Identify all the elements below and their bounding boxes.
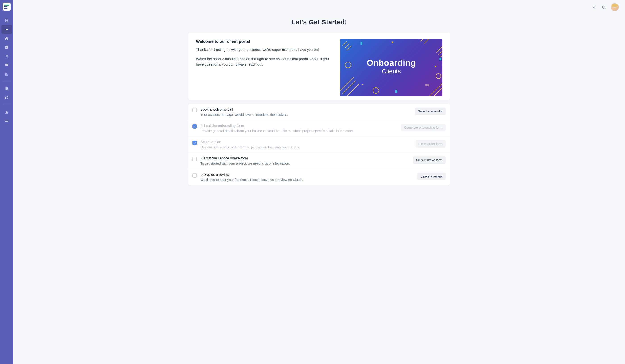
bell-icon: [602, 5, 606, 9]
cart-icon: [5, 54, 9, 58]
svg-line-6: [345, 44, 349, 48]
task-row: Select a plan Use our self-service order…: [188, 137, 450, 153]
welcome-p2: Watch the short 2-minute video on the ri…: [196, 56, 331, 67]
search-icon: [592, 5, 597, 9]
check-icon: [193, 141, 196, 144]
task-desc: Use our self-service order form to pick …: [200, 145, 412, 149]
task-desc: To get started with your project, we nee…: [200, 162, 409, 165]
svg-point-20: [373, 88, 379, 93]
nav-divider-2: [3, 105, 11, 105]
sidebar: [0, 0, 13, 364]
video-title: Onboarding Clients: [367, 58, 416, 75]
content: Let's Get Started! Welcome to our client…: [13, 14, 625, 364]
svg-line-11: [436, 44, 442, 53]
task-action-button[interactable]: Fill out intake form: [413, 156, 445, 164]
task-action-button[interactable]: Leave a review: [417, 173, 445, 180]
onboarding-video[interactable]: Onboarding Clients: [340, 39, 442, 96]
page-title: Let's Get Started!: [18, 18, 621, 26]
welcome-card: Welcome to our client portal Thanks for …: [188, 32, 450, 100]
svg-line-15: [343, 81, 356, 94]
task-action-button[interactable]: Go to order form: [416, 140, 445, 148]
nav-sync[interactable]: [1, 93, 12, 102]
nav-onboarding[interactable]: [1, 25, 12, 34]
nav-files[interactable]: [1, 84, 12, 93]
svg-line-16: [346, 84, 359, 96]
svg-line-10: [424, 39, 438, 44]
card-icon: [5, 119, 9, 123]
task-checkbox[interactable]: [192, 108, 197, 112]
svg-line-5: [343, 41, 347, 46]
task-checkbox[interactable]: [192, 157, 197, 161]
nav-divider: [3, 81, 11, 82]
svg-line-7: [347, 46, 351, 50]
nav-analytics[interactable]: [1, 70, 12, 78]
check-icon: [193, 125, 196, 128]
file-icon: [5, 86, 9, 90]
task-title: Leave us a review: [200, 173, 414, 177]
welcome-heading: Welcome to our client portal: [196, 39, 331, 44]
nav-profile[interactable]: [1, 108, 12, 116]
svg-line-13: [441, 48, 442, 57]
task-title: Select a plan: [200, 140, 412, 144]
task-checkbox[interactable]: [192, 173, 197, 177]
task-desc: We'd love to hear your feedback. Please …: [200, 178, 414, 182]
welcome-text: Welcome to our client portal Thanks for …: [196, 39, 331, 96]
task-checkbox[interactable]: [192, 124, 197, 129]
task-title: Fill out the onboarding form: [200, 124, 397, 128]
inbox-icon: [5, 45, 9, 49]
login-icon: [5, 19, 9, 23]
nav-home[interactable]: [1, 34, 12, 43]
task-action-button[interactable]: Complete onboarding form: [401, 124, 445, 131]
topbar: [13, 0, 625, 14]
task-row: Fill out the service intake form To get …: [188, 153, 450, 169]
nav-cart[interactable]: [1, 52, 12, 60]
home-icon: [5, 36, 9, 40]
task-title: Book a welcome call: [200, 108, 411, 112]
main: Let's Get Started! Welcome to our client…: [13, 0, 625, 364]
video-line2: Clients: [367, 68, 416, 75]
task-row: Fill out the onboarding form Provide gen…: [188, 120, 450, 137]
svg-line-12: [438, 46, 442, 55]
nav-login[interactable]: [1, 16, 12, 25]
svg-rect-3: [5, 120, 8, 121]
logo[interactable]: [3, 3, 11, 11]
svg-point-19: [345, 62, 351, 68]
svg-line-9: [421, 39, 434, 41]
svg-line-18: [431, 85, 442, 96]
sync-icon: [5, 95, 9, 99]
task-checkbox[interactable]: [192, 140, 197, 145]
task-action-button[interactable]: Select a time slot: [415, 108, 445, 115]
task-desc: Your account manager would love to intro…: [200, 113, 411, 116]
svg-point-1: [6, 111, 7, 112]
welcome-p1: Thanks for trusting us with your busines…: [196, 47, 331, 53]
task-title: Fill out the service intake form: [200, 156, 409, 160]
task-row: Book a welcome call Your account manager…: [188, 104, 450, 120]
svg-line-14: [340, 77, 354, 90]
nav-inbox[interactable]: [1, 43, 12, 52]
task-row: Leave us a review We'd love to hear your…: [188, 169, 450, 185]
svg-line-17: [428, 83, 442, 96]
notifications-button[interactable]: [601, 5, 606, 10]
user-icon: [5, 110, 9, 114]
nav-chat[interactable]: [1, 61, 12, 69]
nav-billing[interactable]: [1, 117, 12, 125]
svg-point-21: [436, 74, 441, 79]
chat-icon: [5, 63, 9, 67]
handshake-icon: [5, 28, 9, 31]
chart-icon: [5, 72, 9, 76]
search-button[interactable]: [592, 5, 597, 10]
task-desc: Provide general details about your busin…: [200, 129, 397, 133]
video-line1: Onboarding: [367, 58, 416, 68]
svg-point-4: [593, 6, 595, 8]
avatar[interactable]: [611, 3, 619, 11]
tasks-card: Book a welcome call Your account manager…: [188, 104, 450, 185]
